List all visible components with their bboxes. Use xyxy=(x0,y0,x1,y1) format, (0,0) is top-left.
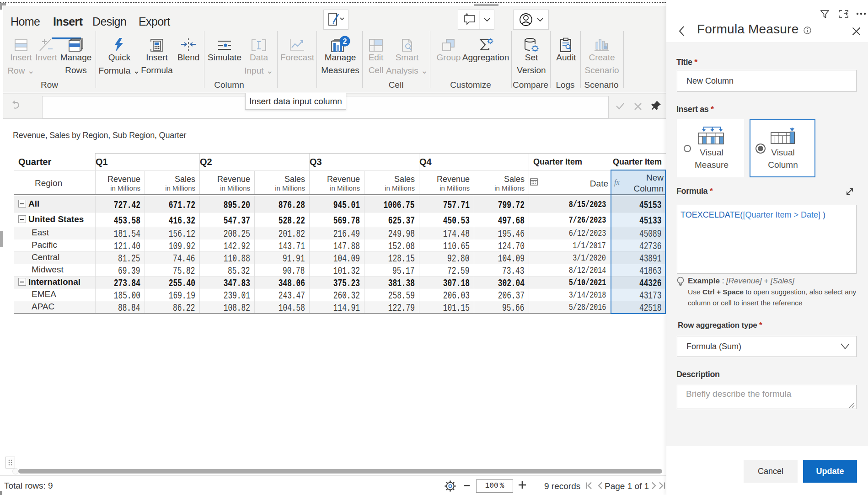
svg-text:2: 2 xyxy=(343,37,347,45)
